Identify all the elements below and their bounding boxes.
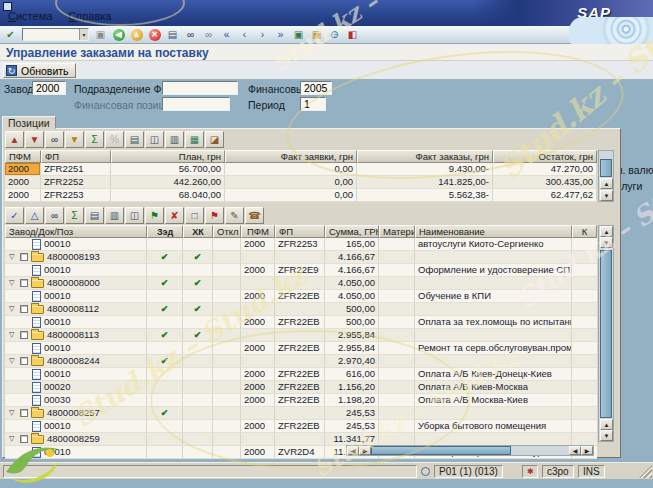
column-header-name[interactable]: Наименование [415, 225, 572, 238]
find-icon[interactable]: ∞ [182, 27, 199, 42]
hscrollbar-thumb[interactable] [371, 446, 511, 455]
back-icon[interactable]: ◀ [110, 27, 127, 42]
pfm-cell[interactable]: 2000 [5, 176, 41, 188]
print-icon[interactable]: ▤ [125, 131, 144, 148]
fm-division-input[interactable] [162, 81, 238, 95]
column-header-k[interactable]: К [572, 225, 597, 238]
display-doc-icon[interactable]: ▤ [85, 207, 104, 224]
cancel-icon[interactable]: ✕ [146, 27, 163, 42]
pfm-cell[interactable]: 2000 [5, 189, 41, 201]
layout-icon[interactable]: ◧ [344, 27, 361, 42]
table-row[interactable]: 4800008113 ✔ ✔ 2.955,84 [5, 329, 597, 342]
row-checkbox[interactable] [20, 331, 28, 339]
red-flag-icon[interactable]: ⚑ [205, 207, 224, 224]
table-row[interactable]: 4800008112 ✔ ✔ 500,00 [5, 303, 597, 316]
scroll-down-icon[interactable]: ▼ [600, 237, 613, 248]
menu-item[interactable]: Справка [68, 10, 111, 22]
enter-icon[interactable]: ✔ [2, 27, 19, 42]
table-row[interactable]: 00030 2000 ZFR22EB 1.198,20 Оплата А/Б М… [5, 394, 597, 407]
deselect-icon[interactable]: △ [25, 207, 44, 224]
table-row[interactable]: 00010 2000 ZFR22EB 500,00 Оплата за тех.… [5, 316, 597, 329]
column-header-plan[interactable]: План, грн [111, 150, 225, 163]
expand-arrow-icon[interactable] [9, 355, 17, 367]
scroll-right-icon[interactable]: ▶ [581, 446, 593, 455]
table-row[interactable]: 00010 2000 ZFR22EB 245,53 Уборка бытовог… [5, 420, 597, 433]
table-row[interactable]: 00010 2000 ZFR22EB 616,00 Оплата А/Б Кие… [5, 368, 597, 381]
summary-table-scrollbar[interactable]: ▲ ▼ [598, 150, 614, 202]
table-row[interactable]: 00010 2000 ZFR22E9 4.166,67 Оформление и… [5, 264, 597, 277]
save-icon[interactable]: ▣ [92, 27, 109, 42]
column-header-xk[interactable]: ХК [183, 225, 213, 238]
last-page-icon[interactable]: » [272, 27, 289, 42]
expand-arrow-icon[interactable] [9, 329, 17, 341]
pfm-cell[interactable]: 2000 [5, 163, 41, 175]
column-header-zed[interactable]: Зэд [147, 225, 183, 238]
table-view-icon[interactable]: ▦ [185, 131, 204, 148]
reject-icon[interactable]: ✘ [165, 207, 184, 224]
approve-flag-icon[interactable]: ⚑ [145, 207, 164, 224]
sort-descending-icon[interactable]: ▼ [25, 131, 44, 148]
refresh-button[interactable]: ↻ Обновить [3, 63, 76, 78]
column-header-rest[interactable]: Остаток, грн [493, 150, 597, 163]
table-row[interactable]: 2000 ZFR2251 56.700,00 0,00 9.430,00- 47… [5, 163, 597, 176]
sum-icon[interactable]: Σ [65, 207, 84, 224]
sum-icon[interactable]: Σ [85, 131, 104, 148]
scrollbar-thumb[interactable] [600, 159, 612, 177]
table-row[interactable]: 4800008244 ✔ 2.970,40 [5, 355, 597, 368]
refresh-doc-icon[interactable]: ▥ [105, 207, 124, 224]
find-icon[interactable]: ∞ [45, 131, 64, 148]
scroll-right-icon[interactable]: ▶ [359, 446, 371, 455]
copy-icon[interactable]: ◫ [125, 207, 144, 224]
column-header-tree[interactable]: Завод/Док/Поз [5, 225, 147, 238]
detail-table-scrollbar[interactable]: ▲ ▼ ▲ ▼ [598, 225, 614, 442]
row-checkbox[interactable] [20, 253, 28, 261]
table-row[interactable]: 00010 2000 ZFR22EB 4.050,00 Обучение в К… [5, 290, 597, 303]
sort-ascending-icon[interactable]: ▲ [5, 131, 24, 148]
scroll-down-icon[interactable]: ▼ [600, 190, 613, 201]
status-list-icon[interactable]: ✱ [522, 465, 538, 478]
scroll-up-icon[interactable]: ▲ [600, 419, 613, 430]
table-row[interactable]: 4800008000 ✔ ✔ 4.050,00 [5, 277, 597, 290]
expand-arrow-icon[interactable] [9, 433, 17, 445]
shortcut-icon[interactable]: ▣ [308, 27, 325, 42]
column-header-pfm[interactable]: ПФМ [5, 150, 41, 163]
table-row[interactable]: 00020 2000 ZFR22EB 1.156,20 Оплата А/Б К… [5, 381, 597, 394]
hscroll-track[interactable] [371, 446, 569, 455]
row-checkbox[interactable] [20, 357, 28, 365]
expand-arrow-icon[interactable] [9, 251, 17, 263]
prev-page-icon[interactable]: ‹ [236, 27, 253, 42]
new-session-icon[interactable]: ▣ [290, 27, 307, 42]
status-message-icon[interactable] [421, 467, 430, 476]
scroll-up-icon[interactable]: ▲ [600, 226, 613, 237]
fiscal-year-input[interactable] [300, 81, 332, 95]
table-row[interactable]: 00010 2000 ZFR2253 165,00 автоуслуги Кио… [5, 238, 597, 251]
column-header-fp[interactable]: ФП [41, 150, 111, 163]
table-row[interactable]: 2000 ZFR2253 68.040,00 0,00 5.562,38- 62… [5, 189, 597, 202]
filter-icon[interactable]: ▼ [65, 131, 84, 148]
detail-table-hscrollbar[interactable]: ◀ ▶ ◀ ▶ [346, 445, 594, 456]
column-header-pfm[interactable]: ПФМ [241, 225, 275, 238]
edit-icon[interactable]: ✎ [225, 207, 244, 224]
find-next-icon[interactable]: ∞ [200, 27, 217, 42]
print-icon[interactable]: ▤ [164, 27, 181, 42]
phone-icon[interactable]: ☎ [245, 207, 264, 224]
column-header-material[interactable]: Материал [379, 225, 415, 238]
column-header-fact-ord[interactable]: Факт заказы, грн [357, 150, 493, 163]
row-checkbox[interactable] [20, 305, 28, 313]
find-icon[interactable]: ∞ [45, 207, 64, 224]
table-row[interactable]: 2000 ZFR2252 442.260,00 0,00 141.825,00-… [5, 176, 597, 189]
column-header-fact-req[interactable]: Факт заявки, грн [225, 150, 357, 163]
scroll-left-icon[interactable]: ◀ [347, 446, 359, 455]
menu-item[interactable]: Система [8, 10, 52, 22]
first-page-icon[interactable]: « [218, 27, 235, 42]
command-history-icon[interactable]: ▾ [79, 29, 88, 40]
row-checkbox[interactable] [20, 279, 28, 287]
column-header-sum[interactable]: Сумма, ГРН [325, 225, 379, 238]
fin-position-input[interactable] [162, 97, 230, 111]
row-checkbox[interactable] [20, 409, 28, 417]
table-row[interactable]: 00010 2000 ZFR22EB 2.955,84 Ремонт та се… [5, 342, 597, 355]
next-page-icon[interactable]: › [254, 27, 271, 42]
subtotal-icon[interactable]: % [105, 131, 124, 148]
export-icon[interactable]: ◫ [145, 131, 164, 148]
table-row[interactable]: 4800008257 ✔ 245,53 [5, 407, 597, 420]
